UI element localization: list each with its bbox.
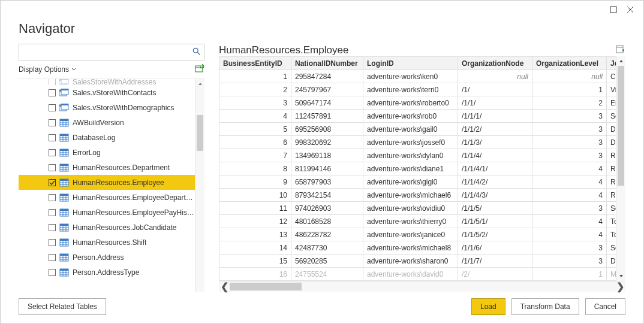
table-cell: 3 [219,96,291,110]
tree-item-label: Person.AddressType [73,268,139,277]
table-row[interactable]: 9658797903adventure-works\gigi0/1/1/4/2/… [219,175,616,189]
refresh-icon[interactable] [195,64,204,75]
tree-checkbox[interactable] [49,119,56,126]
table-row[interactable]: 10879342154adventure-works\michael6/1/1/… [219,189,616,202]
view-icon [59,79,69,85]
table-row[interactable]: 1295847284adventure-works\ken0nullnullCh… [219,70,616,83]
tree-item[interactable]: HumanResources.Shift [19,235,195,250]
table-row[interactable]: 1624755524adventure-works\david0/2/1Ma [219,268,616,281]
table-row[interactable]: 3509647174adventure-works\roberto0/1/1/2… [219,96,616,110]
table-row[interactable]: 5695256908adventure-works\gail0/1/1/2/3D… [219,123,616,136]
tree-checkbox[interactable] [49,149,56,156]
table-row[interactable]: 6998320692adventure-works\jossef0/1/1/3/… [219,136,616,149]
table-cell: 14 [219,241,291,255]
tree-item[interactable]: HumanResources.EmployeeDepartmen... [19,190,195,205]
table-row[interactable]: 2245797967adventure-works\terri0/1/1Vice [219,83,616,96]
column-header[interactable]: LoginID [363,57,458,70]
table-cell: adventure-works\gail0 [363,123,458,136]
table-row[interactable]: 13486228782adventure-works\janice0/1/1/5… [219,228,616,241]
table-cell: adventure-works\david0 [363,268,458,281]
table-cell: 3 [532,123,607,136]
table-row[interactable]: 11974026903adventure-works\ovidiu0/1/1/5… [219,202,616,215]
tree-item[interactable]: SalesStoreWithAddresses [19,79,195,85]
table-cell: /1/1/3/ [458,136,532,149]
table-cell: 3 [532,136,607,149]
search-input[interactable] [19,44,204,60]
select-related-tables-button[interactable]: Select Related Tables [19,298,106,315]
tree-checkbox[interactable] [49,224,56,231]
view-icon [59,89,69,97]
column-header[interactable]: OrganizationNode [458,57,532,70]
close-button[interactable] [622,3,639,16]
column-header[interactable]: OrganizationLevel [532,57,607,70]
table-cell: 4 [532,215,607,228]
tree-item-label: HumanResources.Department [73,163,170,172]
tree-item[interactable]: HumanResources.Department [19,160,195,175]
table-row[interactable]: 1442487730adventure-works\michael8/1/1/6… [219,241,616,255]
tree-item-label: ErrorLog [73,149,101,157]
table-row[interactable]: 12480168528adventure-works\thierry0/1/1/… [219,215,616,228]
tree-checkbox[interactable] [49,254,56,261]
navigator-tree[interactable]: SalesStoreWithAddressesSales.vStoreWithC… [19,79,195,292]
tree-checkbox[interactable] [49,134,56,141]
tree-checkbox[interactable] [49,209,56,216]
transform-data-button[interactable]: Transform Data [511,298,579,315]
tree-checkbox[interactable] [49,164,56,171]
tree-item[interactable]: DatabaseLog [19,130,195,145]
table-cell: /1/1/4/3/ [458,189,532,202]
tree-item-label: HumanResources.Employee [73,178,164,187]
tree-checkbox[interactable] [49,79,56,85]
tree-item[interactable]: AWBuildVersion [19,115,195,130]
tree-checkbox[interactable] [49,194,56,201]
data-grid[interactable]: BusinessEntityIDNationalIDNumberLoginIDO… [219,56,616,281]
tree-checkbox[interactable] [49,269,56,276]
tree-checkbox[interactable] [49,104,56,111]
table-row[interactable]: 4112457891adventure-works\rob0/1/1/1/3Se… [219,110,616,123]
table-cell: 974026903 [291,202,363,215]
display-options-label: Display Options [19,65,69,74]
table-cell: 9 [219,175,291,189]
svg-rect-42 [60,179,68,181]
table-row[interactable]: 8811994146adventure-works\diane1/1/1/4/1… [219,162,616,175]
tree-item[interactable]: Person.AddressType [19,265,195,280]
tree-item[interactable]: HumanResources.Employee [19,175,195,190]
tree-item[interactable]: Sales.vStoreWithDemographics [19,100,195,115]
cancel-button[interactable]: Cancel [585,298,625,315]
tree-scrollbar[interactable] [195,79,204,292]
tree-checkbox[interactable] [49,179,56,186]
tree-item[interactable]: HumanResources.JobCandidate [19,220,195,235]
table-cell: Sen [607,202,616,215]
table-cell: 112457891 [291,110,363,123]
table-cell: Des [607,136,616,149]
load-button[interactable]: Load [471,298,505,315]
table-cell: 695256908 [291,123,363,136]
table-cell: 245797967 [291,83,363,96]
column-header[interactable]: BusinessEntityID [219,57,291,70]
preview-options-icon[interactable] [616,44,625,56]
table-cell: 1 [219,70,291,83]
svg-rect-60 [60,224,68,226]
maximize-button[interactable] [605,3,622,16]
tree-item[interactable]: ErrorLog [19,145,195,160]
search-icon[interactable] [192,47,201,58]
column-header[interactable]: NationalIDNumber [291,57,363,70]
tree-item[interactable]: Person.Address [19,250,195,265]
table-cell: 3 [532,149,607,162]
table-cell: 2 [532,96,607,110]
table-icon [59,163,69,172]
tree-item[interactable]: HumanResources.EmployeePayHistory [19,205,195,220]
table-cell: adventure-works\terri0 [363,83,458,96]
table-row[interactable]: 7134969118adventure-works\dylan0/1/1/4/3… [219,149,616,162]
tree-item[interactable]: Sales.vStoreWithContacts [19,85,195,100]
column-header[interactable]: JobTitle [607,57,616,70]
table-cell: 1 [532,268,607,281]
grid-vertical-scrollbar[interactable] [616,56,625,281]
tree-checkbox[interactable] [49,89,56,96]
table-icon [59,193,69,202]
table-row[interactable]: 1556920285adventure-works\sharon0/1/1/7/… [219,255,616,268]
tree-checkbox[interactable] [49,239,56,246]
table-cell: 4 [532,162,607,175]
display-options-dropdown[interactable]: Display Options [19,65,76,74]
table-cell: 42487730 [291,241,363,255]
tree-item-label: DatabaseLog [73,134,115,142]
